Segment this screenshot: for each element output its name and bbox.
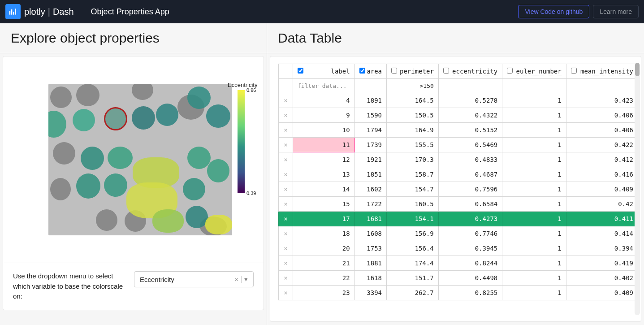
column-checkbox-euler_number[interactable] [507,68,513,74]
cell-area[interactable]: 1602 [354,182,386,197]
chevron-down-icon[interactable]: ▾ [244,275,248,283]
cell-area[interactable]: 1739 [354,138,386,152]
delete-row-icon[interactable]: × [279,93,293,108]
delete-row-icon[interactable]: × [279,182,293,197]
learn-more-button[interactable]: Learn more [593,5,639,18]
cell-euler_number[interactable]: 1 [502,93,566,108]
column-header-label[interactable]: label [293,64,355,79]
cell-eccentricity[interactable]: 0.7746 [438,226,502,241]
cell-perimeter[interactable]: 151.7 [387,271,439,286]
cell-mean_intensity[interactable]: 0.419 [566,256,638,271]
cell-area[interactable]: 1590 [354,108,386,123]
cell-eccentricity[interactable]: 0.4322 [438,108,502,123]
column-header-area[interactable]: area [354,64,386,79]
cell-perimeter[interactable]: 154.7 [387,182,439,197]
cell-area[interactable]: 1618 [354,271,386,286]
cell-mean_intensity[interactable]: 0.423 [566,93,638,108]
table-row[interactable]: ×211881174.40.824410.419 [279,256,638,271]
cell-label[interactable]: 13 [293,167,355,182]
cell-label[interactable]: 22 [293,271,355,286]
cell-euler_number[interactable]: 1 [502,226,566,241]
cell-label[interactable]: 10 [293,123,355,138]
cell-label[interactable]: 21 [293,256,355,271]
cell-eccentricity[interactable]: 0.7596 [438,182,502,197]
colorscale-variable-dropdown[interactable]: Eccentricity × ▾ [134,271,254,287]
cell-label[interactable]: 12 [293,152,355,167]
cell-perimeter[interactable]: 155.5 [387,138,439,152]
cell-mean_intensity[interactable]: 0.411 [566,212,638,226]
table-row[interactable]: ×171681154.10.427310.411 [279,212,638,226]
delete-row-icon[interactable]: × [279,226,293,241]
cell-area[interactable]: 1891 [354,93,386,108]
cell-label[interactable]: 17 [293,212,355,226]
cell-euler_number[interactable]: 1 [502,241,566,256]
cell-mean_intensity[interactable]: 0.416 [566,167,638,182]
cell-euler_number[interactable]: 1 [502,212,566,226]
table-row[interactable]: ×201753156.40.394510.394 [279,241,638,256]
column-checkbox-perimeter[interactable] [391,68,397,74]
cell-euler_number[interactable]: 1 [502,108,566,123]
cell-euler_number[interactable]: 1 [502,138,566,152]
delete-row-icon[interactable]: × [279,167,293,182]
cell-mean_intensity[interactable]: 0.402 [566,271,638,286]
table-row[interactable]: ×111739155.50.546910.422 [279,138,638,152]
filter-input-euler_number[interactable] [502,79,566,93]
column-checkbox-area[interactable] [359,68,365,74]
cell-euler_number[interactable]: 1 [502,182,566,197]
column-header-mean_intensity[interactable]: mean_intensity [566,64,638,79]
cell-area[interactable]: 1881 [354,256,386,271]
cell-area[interactable]: 1681 [354,212,386,226]
cell-perimeter[interactable]: 164.5 [387,93,439,108]
cell-euler_number[interactable]: 1 [502,152,566,167]
cell-perimeter[interactable]: 170.3 [387,152,439,167]
cell-mean_intensity[interactable]: 0.394 [566,241,638,256]
cell-eccentricity[interactable]: 0.4833 [438,152,502,167]
delete-row-icon[interactable]: × [279,138,293,152]
cell-eccentricity[interactable]: 0.3945 [438,241,502,256]
filter-input-label[interactable]: filter data... [293,79,355,93]
table-row[interactable]: ×151722160.50.658410.42 [279,197,638,212]
cell-mean_intensity[interactable]: 0.412 [566,152,638,167]
table-row[interactable]: ×91590150.50.432210.406 [279,108,638,123]
cell-label[interactable]: 4 [293,93,355,108]
cell-eccentricity[interactable]: 0.5469 [438,138,502,152]
table-row[interactable]: ×141602154.70.759610.409 [279,182,638,197]
cell-euler_number[interactable]: 1 [502,271,566,286]
cell-perimeter[interactable]: 164.9 [387,123,439,138]
column-header-euler_number[interactable]: euler_number [502,64,566,79]
table-row[interactable]: ×121921170.30.483310.412 [279,152,638,167]
cell-euler_number[interactable]: 1 [502,256,566,271]
cell-eccentricity[interactable]: 0.8244 [438,256,502,271]
cell-area[interactable]: 3394 [354,286,386,300]
cell-eccentricity[interactable]: 0.6584 [438,197,502,212]
cell-perimeter[interactable]: 262.7 [387,286,439,300]
cell-perimeter[interactable]: 150.5 [387,108,439,123]
cell-mean_intensity[interactable]: 0.422 [566,138,638,152]
cell-eccentricity[interactable]: 0.4498 [438,271,502,286]
filter-input-area[interactable] [354,79,386,93]
column-checkbox-mean_intensity[interactable] [571,68,577,74]
segmentation-graph[interactable]: Eccentricity 0.96 0.39 [3,56,264,263]
table-row[interactable]: ×101794164.90.515210.406 [279,123,638,138]
cell-mean_intensity[interactable]: 0.406 [566,108,638,123]
delete-row-icon[interactable]: × [279,271,293,286]
cell-mean_intensity[interactable]: 0.414 [566,226,638,241]
view-code-button[interactable]: View Code on github [518,5,589,18]
cell-perimeter[interactable]: 160.5 [387,197,439,212]
delete-row-icon[interactable]: × [279,108,293,123]
cell-eccentricity[interactable]: 0.4687 [438,167,502,182]
filter-input-eccentricity[interactable] [438,79,502,93]
cell-perimeter[interactable]: 174.4 [387,256,439,271]
column-checkbox-eccentricity[interactable] [443,68,449,74]
delete-row-icon[interactable]: × [279,197,293,212]
vertical-scrollbar[interactable] [635,63,640,315]
cell-euler_number[interactable]: 1 [502,286,566,300]
column-header-perimeter[interactable]: perimeter [387,64,439,79]
cell-eccentricity[interactable]: 0.4273 [438,212,502,226]
filter-input-perimeter[interactable]: >150 [387,79,439,93]
table-row[interactable]: ×181608156.90.774610.414 [279,226,638,241]
cell-mean_intensity[interactable]: 0.409 [566,286,638,300]
table-row[interactable]: ×131851158.70.468710.416 [279,167,638,182]
cell-eccentricity[interactable]: 0.5152 [438,123,502,138]
filter-input-mean_intensity[interactable] [566,79,638,93]
